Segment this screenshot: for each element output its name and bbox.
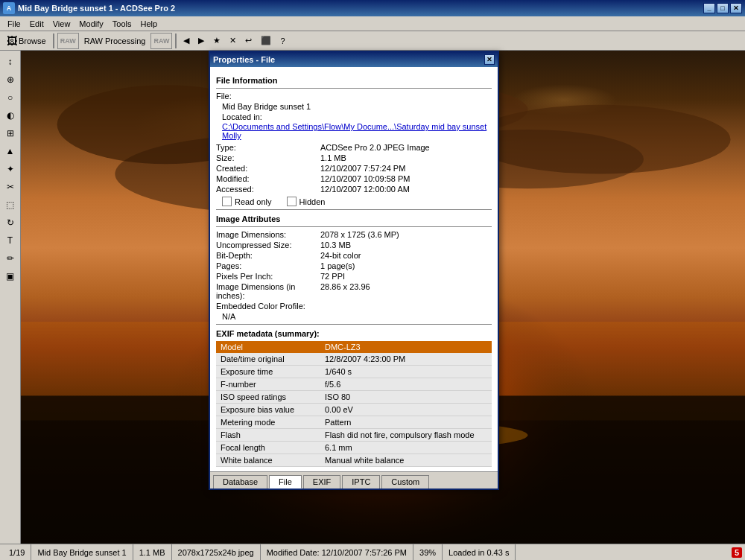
modified-value: 12/10/2007 10:09:58 PM	[320, 174, 492, 183]
filepath[interactable]: C:\Documents and Settings\Flow\My Docume…	[216, 122, 492, 140]
exif-label: Date/time original	[216, 353, 320, 366]
created-row: Created: 12/10/2007 7:57:24 PM	[216, 164, 492, 173]
tab-iptc[interactable]: IPTC	[342, 475, 380, 489]
tool-text[interactable]: T	[2, 232, 19, 249]
exif-label: Focal length	[216, 442, 320, 454]
img-dims-inches-row: Image Dimensions (in inches): 28.86 x 23…	[216, 282, 492, 300]
img-dims-value: 2078 x 1725 (3.6 MP)	[320, 230, 492, 239]
size-row: Size: 1.1 MB	[216, 153, 492, 162]
tool-zoom[interactable]: ⊕	[2, 71, 19, 88]
menu-view[interactable]: View	[48, 19, 75, 29]
created-label: Created:	[216, 164, 320, 173]
properties-content: File Information File: Mid Bay Bridge su…	[210, 67, 498, 471]
tool-select[interactable]: ↕	[2, 54, 19, 70]
tab-custom[interactable]: Custom	[381, 475, 429, 489]
tab-file[interactable]: File	[269, 475, 302, 489]
raw-processing-button[interactable]: RAW Processing	[80, 33, 150, 49]
status-bar: 1/19 Mid Bay Bridge sunset 1 1.1 MB 2078…	[0, 544, 745, 560]
exif-row: FlashFlash did not fire, compulsory flas…	[216, 429, 492, 442]
close-button[interactable]: ✕	[730, 3, 742, 13]
bit-depth-value: 24-bit color	[320, 251, 492, 260]
tool-grid[interactable]: ⊞	[2, 125, 19, 141]
img-dims-inches-value: 28.86 x 23.96	[320, 282, 492, 300]
readonly-checkbox-item[interactable]: Read only	[222, 197, 272, 206]
accessed-label: Accessed:	[216, 185, 320, 194]
toolbar-btn-5[interactable]: ↩	[241, 33, 256, 49]
readonly-checkbox[interactable]	[222, 197, 232, 206]
status-filesize: 1.1 MB	[133, 544, 172, 560]
file-info-header: File Information	[216, 76, 492, 85]
ppi-value: 72 PPI	[320, 272, 492, 281]
divider-2	[216, 209, 492, 210]
type-label: Type:	[216, 143, 320, 152]
pages-label: Pages:	[216, 261, 320, 270]
toolbar-btn-4[interactable]: ✕	[226, 33, 240, 49]
properties-close-button[interactable]: ✕	[484, 54, 495, 65]
tool-rotate[interactable]: ↻	[2, 214, 19, 231]
browse-label: Browse	[19, 36, 46, 45]
exif-label: Flash	[216, 429, 320, 442]
tool-select2[interactable]: ▣	[2, 268, 19, 284]
filename: Mid Bay Bridge sunset 1	[216, 102, 492, 111]
menu-tools[interactable]: Tools	[108, 19, 136, 29]
hidden-checkbox[interactable]	[287, 197, 297, 206]
toolbar-btn-1[interactable]: ◀	[180, 33, 193, 49]
status-loadtime: Loaded in 0.43 s	[443, 544, 516, 560]
located-label: Located in:	[216, 112, 492, 121]
tool-half[interactable]: ◐	[2, 107, 19, 124]
size-value: 1.1 MB	[320, 153, 492, 162]
uncompressed-value: 10.3 MB	[320, 241, 492, 249]
exif-header: EXIF metadata (summary):	[216, 329, 492, 338]
ppi-label: Pixels Per Inch:	[216, 272, 320, 281]
exif-row: Exposure bias value0.00 eV	[216, 404, 492, 416]
pages-row: Pages: 1 page(s)	[216, 261, 492, 270]
properties-dialog: Properties - File ✕ File Information Fil…	[209, 51, 499, 490]
tool-arrow[interactable]: ▲	[2, 143, 19, 159]
exif-label: Exposure bias value	[216, 404, 320, 416]
menu-modify[interactable]: Modify	[74, 19, 107, 29]
hidden-label: Hidden	[299, 197, 326, 206]
modified-label: Modified:	[216, 174, 320, 183]
exif-value: DMC-LZ3	[320, 341, 492, 353]
menu-help[interactable]: Help	[136, 19, 162, 29]
minimize-button[interactable]: _	[703, 3, 715, 13]
exif-table: ModelDMC-LZ3Date/time original12/8/2007 …	[216, 341, 492, 467]
img-dims-label: Image Dimensions:	[216, 230, 320, 239]
exif-row: White balanceManual white balance	[216, 454, 492, 467]
created-value: 12/10/2007 7:57:24 PM	[320, 164, 492, 173]
browse-button[interactable]: 🖼 Browse	[3, 33, 50, 49]
toolbar-btn-6[interactable]: ⬛	[257, 33, 275, 49]
status-count: 1/19	[3, 544, 31, 560]
file-label: File:	[216, 92, 320, 101]
hidden-checkbox-item[interactable]: Hidden	[287, 197, 326, 206]
toolbar: 🖼 Browse RAW RAW Processing RAW ◀ ▶ ★ ✕ …	[0, 31, 745, 51]
maximize-button[interactable]: □	[717, 3, 729, 13]
image-attributes-header: Image Attributes	[216, 214, 492, 223]
toolbar-separator-1	[53, 34, 54, 48]
exif-value: 1/640 s	[320, 366, 492, 378]
tool-circle[interactable]: ○	[2, 89, 19, 106]
exif-label: Metering mode	[216, 416, 320, 429]
tool-star[interactable]: ✦	[2, 161, 19, 177]
tab-database[interactable]: Database	[213, 475, 267, 489]
exif-value: 6.1 mm	[320, 442, 492, 454]
raw-badge: RAW	[57, 33, 79, 49]
status-dimensions: 2078x1725x24b jpeg	[172, 544, 261, 560]
divider-3	[216, 226, 492, 227]
tool-crop[interactable]: ✂	[2, 179, 19, 195]
menu-file[interactable]: File	[3, 19, 25, 29]
window-controls: _ □ ✕	[703, 3, 742, 13]
exif-row: F-numberf/5.6	[216, 378, 492, 391]
type-value: ACDSee Pro 2.0 JPEG Image	[320, 143, 492, 152]
ppi-row: Pixels Per Inch: 72 PPI	[216, 272, 492, 281]
toolbar-btn-7[interactable]: ?	[276, 33, 288, 49]
menu-edit[interactable]: Edit	[25, 19, 48, 29]
tool-pencil[interactable]: ✏	[2, 250, 19, 267]
color-profile-value: N/A	[216, 312, 492, 321]
exif-label: Model	[216, 341, 320, 353]
tab-exif[interactable]: EXIF	[303, 475, 340, 489]
toolbar-btn-2[interactable]: ▶	[194, 33, 208, 49]
toolbar-btn-3[interactable]: ★	[209, 33, 224, 49]
tool-rect[interactable]: ⬚	[2, 197, 19, 213]
status-filename: Mid Bay Bridge sunset 1	[31, 544, 133, 560]
